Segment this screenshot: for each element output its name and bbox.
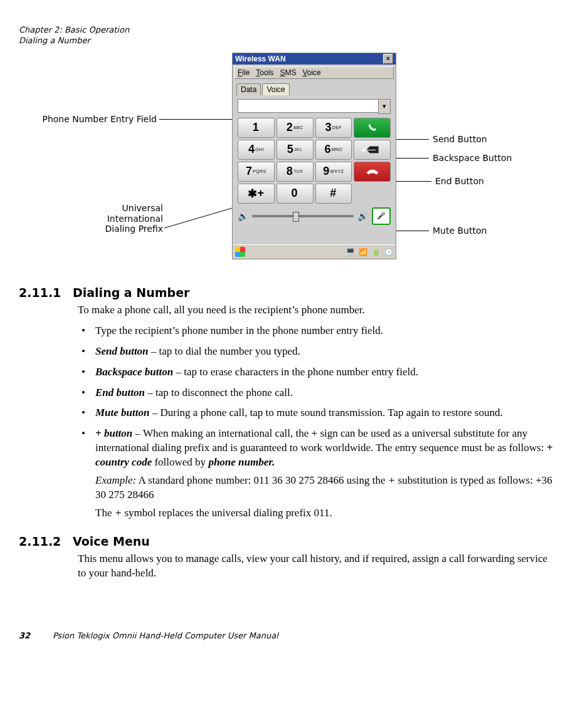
list-item: End button – tap to disconnect the phone…: [78, 386, 556, 400]
key-3[interactable]: 3DEF: [315, 118, 352, 138]
section-number: 2.11.1: [19, 286, 73, 299]
close-button[interactable]: ×: [383, 54, 393, 64]
phone-number-dropdown[interactable]: ▾: [378, 99, 391, 114]
microphone-icon: 🎤: [377, 212, 386, 220]
list-item: Mute button – During a phone call, tap t…: [78, 406, 556, 420]
list-item: Backspace button – tap to erase characte…: [78, 365, 556, 380]
section-number: 2.11.2: [19, 534, 73, 548]
window-title: Wireless WAN: [235, 55, 286, 63]
volume-slider[interactable]: [252, 215, 354, 217]
section-title: Voice Menu: [73, 534, 150, 548]
menu-voice[interactable]: Voice: [302, 68, 320, 77]
slider-thumb[interactable]: [293, 212, 299, 222]
tray-icon[interactable]: 📶: [359, 248, 367, 256]
keypad: 1 2ABC 3DEF 4GHI 5JKL 6MNO ⟵ 7PQRS 8TUV …: [238, 118, 391, 204]
callout-entry-field: Phone Number Entry Field: [19, 114, 157, 125]
key-5[interactable]: 5JKL: [277, 140, 314, 160]
tabbar: Data Voice: [233, 81, 396, 95]
example-para: Example: A standard phone number: 011 36…: [95, 474, 556, 502]
list-item: Send button – tap to dial the number you…: [78, 345, 556, 359]
key-7[interactable]: 7PQRS: [238, 162, 275, 182]
key-9[interactable]: 9WXYZ: [315, 162, 352, 182]
menubar: File Tools SMS Voice: [235, 66, 394, 79]
tray-icon[interactable]: 🕒: [384, 248, 393, 256]
intro-text: To make a phone call, all you need is th…: [78, 303, 556, 318]
section-heading: 2.11.1Dialing a Number: [19, 286, 556, 299]
key-6[interactable]: 6MNO: [315, 140, 352, 160]
start-icon[interactable]: [235, 247, 245, 257]
speaker-low-icon: 🔈: [238, 211, 248, 221]
key-8[interactable]: 8TUV: [277, 162, 314, 182]
phone-icon: [366, 123, 379, 133]
hangup-icon: [366, 167, 379, 177]
bullet-list: Type the recipient’s phone number in the…: [78, 324, 556, 521]
running-header: Chapter 2: Basic Operation Dialing a Num…: [19, 25, 556, 46]
figure: Phone Number Entry Field Universal Inter…: [19, 53, 556, 272]
end-button[interactable]: [354, 162, 391, 182]
closing-para: The + symbol replaces the universal dial…: [95, 506, 556, 521]
speaker-high-icon: 🔊: [357, 211, 368, 221]
chevron-down-icon: ▾: [382, 102, 386, 110]
tray-icon[interactable]: 🔋: [372, 248, 381, 256]
section-title: Dialing a Number: [73, 286, 189, 299]
section-body: To make a phone call, all you need is th…: [78, 303, 556, 521]
taskbar: 🖥️ 📶 🔋 🕒: [233, 244, 396, 259]
menu-file[interactable]: File: [238, 68, 250, 77]
send-button[interactable]: [354, 118, 391, 138]
callout-line: [159, 119, 244, 120]
manual-title: Psion Teklogix Omnii Hand-Held Computer …: [53, 631, 278, 640]
tray-icon[interactable]: 🖥️: [346, 248, 355, 256]
callout-mute: Mute Button: [433, 226, 487, 236]
list-item: + button – When making an international …: [78, 427, 556, 521]
titlebar: Wireless WAN ×: [233, 53, 396, 65]
section-body: This menu allows you to manage calls, vi…: [78, 552, 556, 581]
body-text: This menu allows you to manage calls, vi…: [78, 552, 556, 581]
key-hash[interactable]: #: [315, 184, 352, 204]
list-item: Type the recipient’s phone number in the…: [78, 324, 556, 338]
section-heading: 2.11.2Voice Menu: [19, 534, 556, 548]
screenshot-window: Wireless WAN × File Tools SMS Voice Data…: [232, 53, 396, 259]
phone-entry-row: ▾: [238, 99, 391, 114]
menu-tools[interactable]: Tools: [256, 68, 273, 77]
volume-row: 🔈 🔊 🎤: [238, 207, 391, 225]
key-2[interactable]: 2ABC: [277, 118, 314, 138]
callout-backspace: Backspace Button: [433, 153, 512, 164]
mute-button[interactable]: 🎤: [372, 207, 391, 225]
chapter-line: Chapter 2: Basic Operation: [19, 25, 556, 36]
tray: 🖥️ 📶 🔋 🕒: [344, 247, 393, 256]
callout-intl-prefix: Universal International Dialing Prefix: [94, 203, 163, 234]
tab-data[interactable]: Data: [236, 83, 261, 95]
menu-sms[interactable]: SMS: [280, 68, 296, 77]
tab-voice[interactable]: Voice: [262, 83, 289, 95]
key-0[interactable]: 0: [277, 184, 314, 204]
key-4[interactable]: 4GHI: [238, 140, 275, 160]
page-number: 32: [19, 631, 53, 640]
page-footer: 32Psion Teklogix Omnii Hand-Held Compute…: [19, 631, 556, 640]
key-1[interactable]: 1: [238, 118, 275, 138]
section-line: Dialing a Number: [19, 36, 556, 46]
callout-end: End Button: [435, 176, 484, 187]
backspace-button[interactable]: ⟵: [354, 140, 391, 160]
phone-number-input[interactable]: [238, 99, 378, 113]
callout-send: Send Button: [433, 134, 487, 145]
key-star-plus[interactable]: ✱+: [238, 184, 275, 204]
